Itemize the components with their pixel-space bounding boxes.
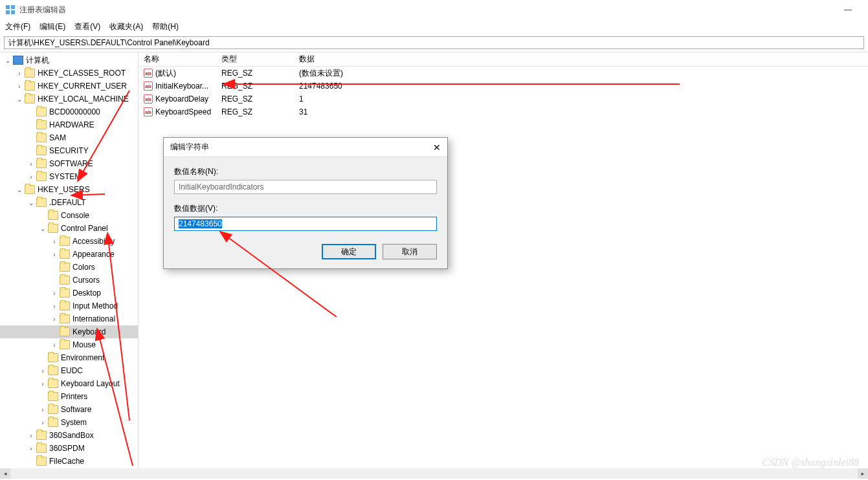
menu-favorites[interactable]: 收藏夹(A) <box>109 21 143 32</box>
chevron-right-icon[interactable]: › <box>27 444 35 452</box>
chevron-right-icon[interactable]: › <box>39 380 47 387</box>
tree-item-360sandbox[interactable]: ›360SandBox <box>0 429 138 442</box>
chevron-right-icon[interactable]: › <box>39 419 47 426</box>
tree-item-software[interactable]: ›SOFTWARE <box>0 157 138 170</box>
folder-icon <box>36 431 47 440</box>
tree-item-hardware[interactable]: HARDWARE <box>0 118 138 131</box>
menu-help[interactable]: 帮助(H) <box>152 21 179 32</box>
tree-item-360spdm[interactable]: ›360SPDM <box>0 442 138 455</box>
tree-item-console[interactable]: Console <box>0 209 138 222</box>
chevron-right-icon[interactable]: › <box>50 289 58 297</box>
chevron-right-icon[interactable]: › <box>16 69 23 77</box>
tree-item-appearance[interactable]: ›Appearance <box>0 248 138 261</box>
dialog-titlebar[interactable]: 编辑字符串 ✕ <box>164 138 447 157</box>
tree-item-colors[interactable]: Colors <box>0 261 138 274</box>
address-bar[interactable]: 计算机\HKEY_USERS\.DEFAULT\Control Panel\Ke… <box>4 36 864 49</box>
computer-icon <box>13 56 23 65</box>
tree-item-eudc[interactable]: ›EUDC <box>0 364 138 377</box>
titlebar: 注册表编辑器 — <box>0 0 868 19</box>
list-row[interactable]: abKeyboardDelayREG_SZ1 <box>139 93 868 105</box>
tree-item-hkey-users[interactable]: ⌄HKEY_USERS <box>0 183 138 196</box>
tree-item-keyboard-layout[interactable]: ›Keyboard Layout <box>0 377 138 390</box>
tree-item-label: 计算机 <box>26 55 49 66</box>
list-row[interactable]: ab(默认)REG_SZ(数值未设置) <box>139 67 868 80</box>
minimize-button[interactable]: — <box>833 0 863 19</box>
chevron-down-icon[interactable]: ⌄ <box>16 186 23 193</box>
close-icon[interactable]: ✕ <box>433 142 441 153</box>
tree-item-cursors[interactable]: Cursors <box>0 274 138 287</box>
chevron-right-icon[interactable]: › <box>27 173 35 180</box>
scroll-right-icon[interactable]: ► <box>858 468 868 479</box>
tree-item-label: SAM <box>49 133 66 142</box>
list-row[interactable]: abKeyboardSpeedREG_SZ31 <box>139 105 868 118</box>
value-data-field[interactable]: 2147483650 <box>174 217 437 231</box>
tree-item-label: HKEY_CLASSES_ROOT <box>38 69 126 78</box>
tree-item-mouse[interactable]: ›Mouse <box>0 338 138 351</box>
chevron-right-icon[interactable]: › <box>39 367 47 375</box>
chevron-right-icon[interactable]: › <box>50 237 58 245</box>
chevron-down-icon[interactable]: ⌄ <box>39 224 47 232</box>
tree-item-label: HKEY_LOCAL_MACHINE <box>38 94 129 104</box>
chevron-down-icon[interactable]: ⌄ <box>4 56 12 64</box>
tree-item--[interactable]: ⌄计算机 <box>0 54 138 67</box>
scroll-left-icon[interactable]: ◄ <box>0 468 10 479</box>
tree-item--default[interactable]: ⌄.DEFAULT <box>0 196 138 209</box>
svg-rect-1 <box>11 5 15 9</box>
chevron-right-icon[interactable]: › <box>27 431 35 439</box>
tree-item-hkey-current-user[interactable]: ›HKEY_CURRENT_USER <box>0 80 138 93</box>
tree-item-accessibility[interactable]: ›Accessibility <box>0 235 138 248</box>
chevron-down-icon[interactable]: ⌄ <box>16 95 23 103</box>
folder-icon <box>36 120 47 129</box>
dialog-title-text: 编辑字符串 <box>170 142 209 153</box>
chevron-right-icon[interactable]: › <box>39 406 47 413</box>
tree-item-label: SECURITY <box>49 146 89 155</box>
list-row[interactable]: abInitialKeyboar...REG_SZ2147483650 <box>139 80 868 93</box>
tree-item-control-panel[interactable]: ⌄Control Panel <box>0 222 138 235</box>
tree-item-system[interactable]: ›System <box>0 416 138 429</box>
tree-item-label: Accessibility <box>72 237 115 246</box>
svg-rect-2 <box>6 10 10 14</box>
tree-item-label: Software <box>61 405 91 414</box>
ok-button[interactable]: 确定 <box>322 244 376 259</box>
tree-item-software[interactable]: ›Software <box>0 403 138 416</box>
col-header-name[interactable]: 名称 <box>139 54 216 65</box>
tree-pane[interactable]: ⌄计算机›HKEY_CLASSES_ROOT›HKEY_CURRENT_USER… <box>0 52 139 468</box>
col-header-type[interactable]: 类型 <box>216 54 294 65</box>
horizontal-scrollbar[interactable]: ◄ ► <box>0 468 868 479</box>
tree-item-input-method[interactable]: ›Input Method <box>0 300 138 312</box>
tree-item-keyboard[interactable]: Keyboard <box>0 325 138 338</box>
cancel-button[interactable]: 取消 <box>383 244 437 259</box>
chevron-right-icon[interactable]: › <box>50 250 58 258</box>
menu-file[interactable]: 文件(F) <box>5 21 30 32</box>
chevron-right-icon[interactable]: › <box>50 315 58 323</box>
tree-item-label: BCD00000000 <box>49 107 100 116</box>
col-header-data[interactable]: 数据 <box>294 54 868 65</box>
chevron-right-icon[interactable]: › <box>50 341 58 349</box>
blank-icon <box>50 328 58 336</box>
tree-item-desktop[interactable]: ›Desktop <box>0 287 138 300</box>
tree-item-hkey-local-machine[interactable]: ⌄HKEY_LOCAL_MACHINE <box>0 93 138 105</box>
tree-item-bcd00000000[interactable]: BCD00000000 <box>0 105 138 118</box>
tree-item-system[interactable]: ›SYSTEM <box>0 170 138 183</box>
tree-item-environment[interactable]: Environment <box>0 351 138 364</box>
cell-name: InitialKeyboar... <box>155 82 208 91</box>
folder-icon <box>60 289 70 298</box>
chevron-down-icon[interactable]: ⌄ <box>27 199 35 206</box>
blank-icon <box>27 147 35 155</box>
folder-icon <box>60 314 70 323</box>
chevron-right-icon[interactable]: › <box>16 82 23 90</box>
blank-icon <box>50 276 58 284</box>
tree-item-international[interactable]: ›International <box>0 312 138 325</box>
tree-item-hkey-classes-root[interactable]: ›HKEY_CLASSES_ROOT <box>0 67 138 80</box>
chevron-right-icon[interactable]: › <box>50 302 58 310</box>
tree-item-security[interactable]: SECURITY <box>0 144 138 157</box>
menu-view[interactable]: 查看(V) <box>74 21 100 32</box>
menu-edit[interactable]: 编辑(E) <box>39 21 65 32</box>
tree-item-label: FileCache <box>49 457 84 466</box>
tree-item-filecache[interactable]: FileCache <box>0 455 138 468</box>
chevron-right-icon[interactable]: › <box>27 160 35 168</box>
tree-item-label: Keyboard <box>72 327 106 336</box>
tree-item-printers[interactable]: Printers <box>0 390 138 403</box>
tree-item-sam[interactable]: SAM <box>0 131 138 144</box>
folder-icon <box>60 276 70 285</box>
